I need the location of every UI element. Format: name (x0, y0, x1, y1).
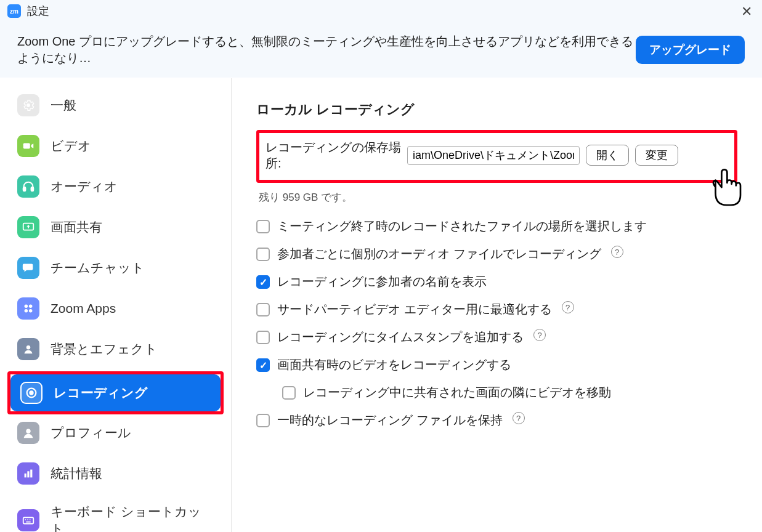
sidebar-item-audio[interactable]: オーディオ (7, 168, 224, 205)
sidebar-item-keyboard-shortcuts[interactable]: キーボード ショートカット (7, 496, 224, 532)
upgrade-banner: Zoom One プロにアップグレードすると、無制限のミーティングや生産性を向上… (0, 22, 762, 78)
svg-rect-1 (23, 143, 30, 148)
svg-point-8 (29, 309, 32, 313)
sidebar-item-general[interactable]: 一般 (7, 87, 224, 124)
svg-point-12 (26, 429, 30, 433)
checkbox[interactable] (256, 303, 270, 316)
recording-settings-panel: ローカル レコーディング レコーディングの保存場所: 開く 変更 残り 959 … (232, 78, 762, 532)
option-label: サードパーティビデオ エディター用に最適化する (277, 301, 552, 318)
option-label: レコーディングに参加者の名前を表示 (277, 273, 487, 290)
recording-option: レコーディングに参加者の名前を表示 (256, 273, 737, 290)
storage-remaining-text: 残り 959 GB です。 (259, 190, 737, 204)
option-label: ミーティング終了時のレコードされたファイルの場所を選択します (277, 218, 647, 235)
checkbox[interactable] (256, 414, 270, 427)
chat-icon (17, 257, 39, 279)
help-icon[interactable]: ? (562, 301, 574, 313)
recording-option: ミーティング終了時のレコードされたファイルの場所を選択します (256, 218, 737, 235)
recording-location-input[interactable] (407, 146, 580, 165)
open-button[interactable]: 開く (586, 145, 629, 166)
svg-point-6 (29, 305, 32, 308)
svg-point-5 (25, 305, 28, 308)
sidebar-item-background-effects[interactable]: 背景とエフェクト (7, 331, 224, 368)
help-icon[interactable]: ? (611, 246, 623, 258)
headphones-icon (17, 175, 39, 198)
svg-rect-13 (25, 474, 26, 477)
section-title-local-recording: ローカル レコーディング (256, 100, 737, 119)
checkbox[interactable] (256, 248, 270, 261)
settings-sidebar: 一般 ビデオ オーディオ 画面共有 チームチャット (0, 78, 232, 532)
recording-option: レコーディング中に共有された画面の隣にビデオを移動 (282, 384, 737, 401)
checkbox[interactable] (282, 386, 296, 400)
video-icon (17, 135, 39, 157)
sidebar-item-label: プロフィール (51, 424, 131, 441)
recording-option: 参加者ごとに個別のオーディオ ファイルでレコーディング? (256, 246, 737, 262)
sidebar-item-zoom-apps[interactable]: Zoom Apps (7, 290, 224, 327)
apps-icon (17, 297, 39, 320)
sidebar-item-label: 背景とエフェクト (51, 341, 158, 358)
change-button[interactable]: 変更 (635, 145, 678, 166)
help-icon[interactable]: ? (513, 412, 525, 424)
highlight-box-location: レコーディングの保存場所: 開く 変更 (256, 130, 737, 183)
checkbox[interactable] (256, 331, 270, 344)
recording-location-label: レコーディングの保存場所: (265, 139, 401, 171)
upgrade-button[interactable]: アップグレード (636, 36, 745, 64)
svg-rect-14 (27, 471, 29, 477)
recording-option: レコーディングにタイムスタンプを追加する? (256, 329, 737, 345)
svg-rect-3 (31, 187, 34, 191)
svg-rect-15 (30, 470, 32, 478)
profile-icon (17, 422, 39, 444)
option-label: 一時的なレコーディング ファイルを保持 (277, 412, 503, 429)
sidebar-item-label: 統計情報 (51, 465, 102, 482)
svg-point-17 (25, 519, 26, 520)
sidebar-item-label: ビデオ (51, 137, 91, 155)
hand-cursor-icon (696, 161, 752, 216)
record-icon (20, 382, 43, 404)
svg-point-18 (27, 519, 28, 520)
sidebar-item-profile[interactable]: プロフィール (7, 414, 224, 451)
sidebar-item-label: チームチャット (51, 259, 145, 276)
sidebar-item-share-screen[interactable]: 画面共有 (7, 209, 224, 246)
checkbox[interactable] (256, 275, 270, 289)
sidebar-item-label: 一般 (51, 97, 76, 114)
sidebar-item-label: キーボード ショートカット (51, 503, 214, 532)
share-screen-icon (17, 216, 39, 238)
chart-icon (17, 462, 39, 485)
gear-icon (17, 94, 39, 116)
option-label: レコーディングにタイムスタンプを追加する (277, 329, 524, 345)
person-icon (17, 338, 39, 360)
help-icon[interactable]: ? (533, 329, 546, 341)
svg-point-7 (25, 309, 28, 313)
sidebar-item-label: Zoom Apps (51, 301, 116, 316)
option-label: レコーディング中に共有された画面の隣にビデオを移動 (303, 384, 611, 401)
sidebar-item-recording[interactable]: レコーディング (10, 374, 221, 411)
upgrade-banner-text: Zoom One プロにアップグレードすると、無制限のミーティングや生産性を向上… (17, 33, 636, 66)
sidebar-item-label: レコーディング (54, 384, 148, 401)
sidebar-item-video[interactable]: ビデオ (7, 127, 224, 164)
checkbox[interactable] (256, 220, 270, 233)
svg-point-11 (29, 390, 33, 395)
highlight-box-sidebar: レコーディング (7, 371, 224, 414)
svg-point-19 (30, 519, 31, 520)
recording-option: 画面共有時のビデオをレコーディングする (256, 357, 737, 373)
sidebar-item-label: 画面共有 (51, 219, 102, 236)
sidebar-item-label: オーディオ (51, 178, 118, 195)
svg-rect-2 (23, 187, 26, 191)
titlebar: zm 設定 ✕ (0, 0, 762, 22)
window-title: 設定 (27, 4, 49, 18)
svg-rect-20 (26, 522, 30, 523)
sidebar-item-team-chat[interactable]: チームチャット (7, 249, 224, 286)
sidebar-item-statistics[interactable]: 統計情報 (7, 455, 224, 492)
app-icon: zm (7, 4, 21, 18)
option-label: 画面共有時のビデオをレコーディングする (277, 357, 511, 373)
svg-point-0 (26, 103, 30, 107)
keyboard-icon (17, 509, 39, 531)
svg-point-9 (26, 345, 30, 349)
recording-option: 一時的なレコーディング ファイルを保持? (256, 412, 737, 429)
svg-rect-16 (23, 517, 34, 523)
close-icon[interactable]: ✕ (741, 4, 752, 20)
option-label: 参加者ごとに個別のオーディオ ファイルでレコーディング (277, 246, 601, 262)
recording-option: サードパーティビデオ エディター用に最適化する? (256, 301, 737, 318)
checkbox[interactable] (256, 358, 270, 372)
